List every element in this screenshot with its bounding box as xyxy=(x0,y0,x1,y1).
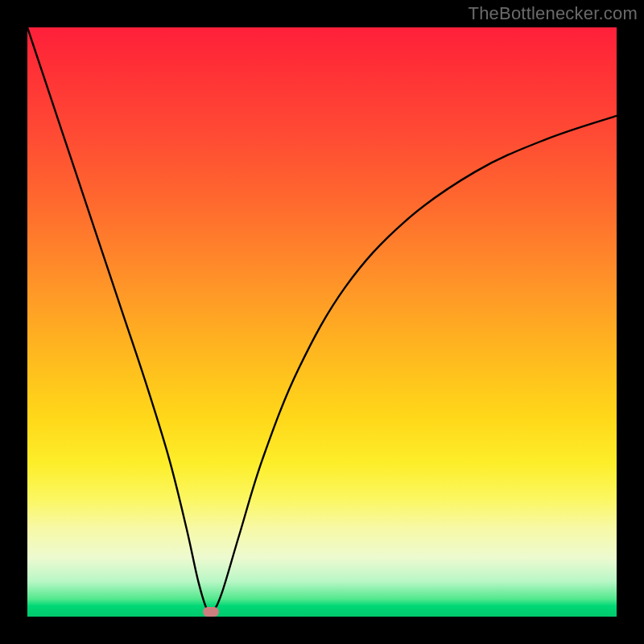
optimal-marker xyxy=(203,607,219,617)
chart-stage: TheBottlenecker.com xyxy=(0,0,644,644)
plot-area xyxy=(27,27,617,617)
attribution-text: TheBottlenecker.com xyxy=(469,3,638,24)
bottleneck-curve xyxy=(27,27,617,617)
